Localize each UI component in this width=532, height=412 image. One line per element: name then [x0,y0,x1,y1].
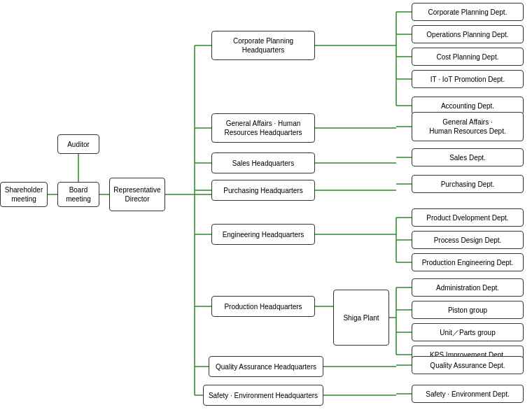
qa-dept-node: Quality Assurance Dept. [412,356,524,374]
auditor-node: Auditor [57,134,99,154]
corp-plan-hq-node: Corporate PlanningHeadquarters [211,31,315,60]
purchasing-hq-node: Purchasing Headquarters [211,180,315,201]
sales-hq-node: Sales Headquarters [211,152,315,173]
ops-plan-dept-node: Operations Planning Dept. [412,25,524,43]
production-hq-node: Production Headquarters [211,296,315,317]
safety-hq-node: Safety · Environment Headquarters [203,385,323,406]
process-design-dept-node: Process Design Dept. [412,231,524,249]
qa-hq-node: Quality Assurance Headquarters [209,356,323,377]
it-iot-dept-node: IT · IoT Promotion Dept. [412,70,524,88]
cost-plan-dept-node: Cost Planning Dept. [412,48,524,66]
corp-plan-dept-node: Corporate Planning Dept. [412,3,524,21]
board-meeting-node: Boardmeeting [57,182,99,207]
shiga-plant-node: Shiga Plant [333,290,389,346]
unit-parts-group-node: Unit／Parts group [412,323,524,341]
sales-dept-node: Sales Dept. [412,148,524,166]
shareholder-meeting-node: Shareholdermeeting [0,182,48,207]
ga-hr-hq-node: General Affairs · HumanResources Headqua… [211,113,315,143]
product-dev-dept-node: Product Dvelopment Dept. [412,208,524,227]
ga-hr-dept-node: General Affairs ·Human Resources Dept. [412,112,524,141]
purchasing-dept-node: Purchasing Dept. [412,175,524,193]
engineering-hq-node: Engineering Headquarters [211,224,315,245]
safety-dept-node: Safety · Environment Dept. [412,385,524,403]
prod-eng-dept-node: Production Engineering Dept. [412,253,524,271]
representative-director-node: RepresentativeDirector [109,178,165,211]
org-chart: Shareholdermeeting Boardmeeting Represen… [0,0,532,412]
piston-group-node: Piston group [412,301,524,319]
admin-dept-node: Administration Dept. [412,278,524,297]
